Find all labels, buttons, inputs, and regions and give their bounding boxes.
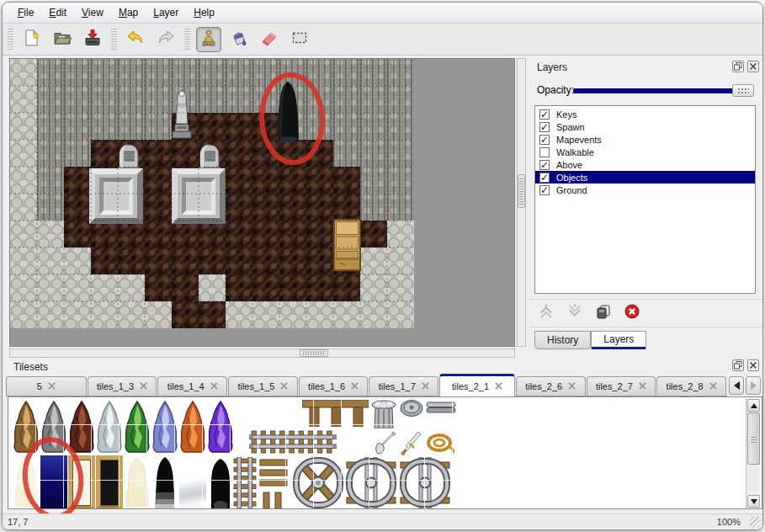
- tileset-sprite-snow-door[interactable]: [179, 455, 206, 508]
- tileset-sprite-pale-door-2[interactable]: [124, 455, 151, 508]
- tab-close-icon[interactable]: [639, 381, 646, 391]
- map-viewport[interactable]: [9, 58, 515, 347]
- tileset-tab-tiles_1_5[interactable]: tiles_1_5: [228, 376, 298, 396]
- tab-close-icon[interactable]: [422, 381, 429, 391]
- layer-checkbox[interactable]: [539, 147, 550, 157]
- tab-close-icon[interactable]: [568, 381, 576, 391]
- eraser-button[interactable]: [257, 27, 282, 52]
- fill-button[interactable]: [226, 27, 252, 52]
- tileset-content[interactable]: [8, 396, 762, 509]
- layer-row-mapevents[interactable]: ✓Mapevents: [535, 133, 755, 146]
- delete-layer-button[interactable]: [622, 304, 641, 323]
- scroll-up-button[interactable]: [747, 399, 760, 412]
- layer-list[interactable]: ✓Keys✓Spawn✓MapeventsWalkable✓Above✓Obje…: [534, 105, 756, 294]
- tileset-vertical-scrollbar[interactable]: [746, 398, 760, 508]
- dock-float-button[interactable]: [732, 61, 744, 72]
- tileset-sprite-shield[interactable]: [400, 400, 423, 417]
- tab-close-icon[interactable]: [48, 381, 56, 391]
- dock-close-button[interactable]: [747, 61, 759, 72]
- dock-close-button[interactable]: [747, 359, 759, 371]
- tileset-sprite-wood-frame-dark-door[interactable]: [96, 455, 123, 508]
- dock-float-button[interactable]: [732, 359, 744, 371]
- tileset-sprite-gray-rock[interactable]: [40, 400, 67, 454]
- tab-close-icon[interactable]: [495, 381, 502, 391]
- menu-layer[interactable]: Layer: [146, 4, 185, 21]
- tileset-tab-tiles_1_6[interactable]: tiles_1_6: [299, 376, 369, 396]
- tileset-sprite-pale-door[interactable]: [13, 455, 40, 508]
- tileset-sprite-rail-junction-x[interactable]: [293, 457, 343, 508]
- open-button[interactable]: [50, 27, 75, 52]
- tileset-sprite-rope-coil[interactable]: [426, 432, 454, 454]
- toolbar-drag-handle[interactable]: [184, 29, 190, 51]
- tileset-sprite-orange-crystal[interactable]: [179, 400, 206, 454]
- opacity-slider-handle[interactable]: [732, 84, 754, 97]
- select-button[interactable]: [287, 27, 312, 52]
- tileset-sprite-purple-crystal[interactable]: [207, 400, 234, 454]
- tileset-tab-tiles_2_7[interactable]: tiles_2_7: [587, 376, 656, 396]
- layer-row-walkable[interactable]: Walkable: [535, 146, 755, 158]
- layer-checkbox[interactable]: ✓: [539, 160, 550, 170]
- lower-layer-button[interactable]: [565, 304, 584, 323]
- scroll-down-button[interactable]: [747, 495, 760, 508]
- undo-button[interactable]: [123, 27, 148, 52]
- menu-help[interactable]: Help: [187, 4, 221, 21]
- tileset-sprite-shovel[interactable]: [373, 430, 398, 455]
- layer-row-objects[interactable]: ✓Objects: [535, 171, 755, 184]
- layer-checkbox[interactable]: ✓: [539, 173, 550, 183]
- tileset-sprite-rail-track[interactable]: [249, 430, 337, 454]
- tileset-tab-tiles_1_7[interactable]: tiles_1_7: [369, 376, 438, 396]
- dock-tab-layers[interactable]: Layers: [591, 331, 646, 349]
- tileset-tab-tiles_2_6[interactable]: tiles_2_6: [516, 376, 586, 396]
- tileset-sprite-snow-rock[interactable]: [96, 400, 123, 454]
- tab-close-icon[interactable]: [280, 381, 288, 391]
- tab-close-icon[interactable]: [351, 381, 359, 391]
- raise-layer-button[interactable]: [536, 304, 555, 323]
- scrollbar-thumb[interactable]: [747, 412, 760, 465]
- opacity-slider[interactable]: [573, 88, 754, 94]
- tileset-sprite-sword[interactable]: [400, 430, 423, 455]
- tileset-sprite-black-arch-door[interactable]: [207, 455, 234, 508]
- tileset-sprite-wood-beams[interactable]: [302, 400, 369, 427]
- tileset-sprite-gold-rock[interactable]: [13, 400, 40, 454]
- save-button[interactable]: [80, 27, 105, 52]
- stamp-button[interactable]: [196, 27, 221, 52]
- layer-row-above[interactable]: ✓Above: [535, 158, 755, 171]
- tileset-sprite-wood-frame-door[interactable]: [68, 455, 95, 508]
- toolbar-drag-handle[interactable]: [8, 29, 13, 51]
- resize-grip[interactable]: [750, 517, 761, 528]
- menu-view[interactable]: View: [75, 4, 110, 21]
- scrollbar-thumb[interactable]: [518, 174, 525, 208]
- scrollbar-thumb[interactable]: [300, 349, 328, 357]
- tileset-image[interactable]: [10, 398, 481, 508]
- opacity-slider-track[interactable]: [573, 88, 754, 93]
- map-vertical-scrollbar[interactable]: [517, 58, 526, 347]
- layer-checkbox[interactable]: ✓: [539, 135, 550, 145]
- tab-scroll-right-button[interactable]: [746, 376, 761, 395]
- tileset-sprite-black-cave-door[interactable]: [151, 455, 178, 508]
- tileset-tab-tiles_2_8[interactable]: tiles_2_8: [656, 376, 726, 396]
- redo-button[interactable]: [153, 27, 178, 52]
- tileset-sprite-rail-track-planks[interactable]: [233, 457, 290, 508]
- tab-close-icon[interactable]: [210, 381, 218, 391]
- tab-close-icon[interactable]: [140, 381, 147, 391]
- menu-file[interactable]: File: [11, 4, 40, 21]
- tab-close-icon[interactable]: [709, 381, 717, 391]
- tileset-sprite-umber-rock[interactable]: [68, 400, 95, 454]
- dock-tab-history[interactable]: History: [534, 331, 591, 349]
- tileset-sprite-rail-junction-ring[interactable]: [345, 457, 397, 508]
- tileset-sprite-navy-door-selected[interactable]: [40, 455, 67, 508]
- tileset-sprite-stone-column[interactable]: [370, 400, 397, 428]
- toolbar-drag-handle[interactable]: [111, 29, 117, 51]
- layer-checkbox[interactable]: ✓: [539, 185, 550, 195]
- tab-scroll-left-button[interactable]: [729, 376, 744, 395]
- map-horizontal-scrollbar[interactable]: [9, 348, 515, 358]
- tileset-tab-tiles_2_1[interactable]: tiles_2_1: [439, 374, 515, 396]
- tileset-sprite-green-crystal[interactable]: [124, 400, 151, 454]
- layer-checkbox[interactable]: ✓: [539, 109, 550, 120]
- tileset-sprite-blue-crystal[interactable]: [151, 400, 178, 454]
- map-canvas[interactable]: [10, 59, 414, 328]
- layer-row-ground[interactable]: ✓Ground: [535, 184, 755, 196]
- new-file-button[interactable]: [19, 27, 45, 52]
- layer-checkbox[interactable]: ✓: [539, 122, 550, 132]
- tileset-tab-5[interactable]: 5: [6, 376, 87, 396]
